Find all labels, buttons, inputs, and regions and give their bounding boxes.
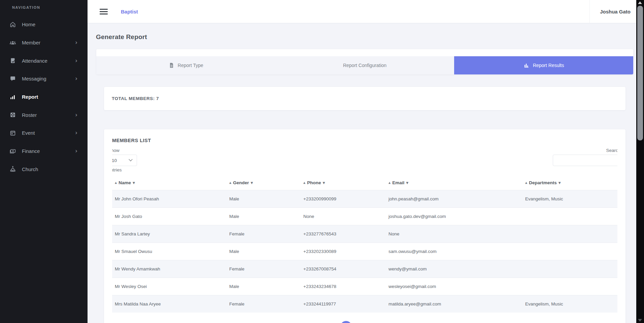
scrollbar-thumb[interactable] bbox=[637, 6, 643, 140]
sidebar-item-label: Event bbox=[22, 130, 35, 136]
members-icon bbox=[9, 39, 16, 46]
table-row: Mr Wesley Osei Male +233243234678 wesley… bbox=[112, 278, 617, 295]
sidebar-item-messaging[interactable]: Messaging › bbox=[0, 70, 88, 88]
chevron-right-icon: › bbox=[75, 58, 77, 64]
sidebar-section-label: NAVIGATION bbox=[0, 0, 88, 9]
page-title: Generate Report bbox=[96, 33, 147, 41]
sidebar-item-label: Attendance bbox=[22, 58, 47, 64]
cell-departments bbox=[522, 208, 617, 225]
total-members-label: TOTAL MEMBERS: 7 bbox=[112, 96, 159, 101]
sort-asc-icon: ▲ bbox=[115, 181, 117, 184]
table-row: Mrs Matilda Naa Aryee Female +2332441199… bbox=[112, 295, 617, 313]
page-length-select[interactable]: 10 bbox=[112, 155, 137, 166]
cell-phone: +233244119977 bbox=[301, 295, 386, 313]
sidebar-item-event[interactable]: Event › bbox=[0, 124, 88, 142]
sidebar-item-finance[interactable]: Finance › bbox=[0, 142, 88, 160]
show-label: Show bbox=[112, 148, 617, 154]
cell-email: None bbox=[386, 225, 522, 243]
search-label: Search: bbox=[553, 148, 617, 154]
tab-label: Report Configuration bbox=[343, 63, 386, 68]
pagination-current-page-button[interactable] bbox=[340, 321, 352, 323]
cell-email: wesleyosei@gmail.com bbox=[386, 278, 522, 295]
main-area: Baptist Joshua Gato Generate Report bbox=[88, 0, 636, 323]
sort-desc-icon: ▼ bbox=[250, 181, 253, 185]
sidebar-item-home[interactable]: Home bbox=[0, 15, 88, 34]
column-header-email[interactable]: ▲Email▼ bbox=[386, 175, 522, 190]
app-window: NAVIGATION Home Member › bbox=[0, 0, 644, 323]
tab-label: Report Type bbox=[178, 63, 203, 68]
sort-asc-icon: ▲ bbox=[388, 181, 391, 184]
cell-email: sam.owusu@ymail.com bbox=[386, 243, 522, 260]
cell-name: Mr Wesley Osei bbox=[112, 278, 227, 295]
cell-gender: Male bbox=[227, 278, 301, 295]
chevron-right-icon: › bbox=[75, 112, 77, 118]
report-steps-card: Report Type Report Configuration bbox=[96, 49, 633, 74]
table-header-row: ▲Name▼ ▲Gender▼ ▲Phone▼ ▲Email▼ ▲Departm… bbox=[112, 175, 617, 190]
cell-email: joshua.gato.dev@gmail.com bbox=[386, 208, 522, 225]
cell-email: matilda.aryee@gmail.com bbox=[386, 295, 522, 313]
brand-link[interactable]: Baptist bbox=[121, 9, 138, 14]
chevron-right-icon: › bbox=[75, 130, 77, 136]
bar-chart-icon bbox=[523, 62, 530, 68]
chevron-right-icon: › bbox=[75, 148, 77, 154]
table-row: Mr John Ofori Peasah Male +233200990099 … bbox=[112, 190, 617, 208]
cell-email: wendy@ymail.com bbox=[386, 260, 522, 278]
sort-asc-icon: ▲ bbox=[229, 181, 231, 184]
bar-chart-icon bbox=[9, 94, 16, 100]
cell-gender: Male bbox=[227, 208, 301, 225]
church-icon bbox=[9, 166, 16, 172]
sidebar-item-member[interactable]: Member › bbox=[0, 34, 88, 52]
cell-name: Mr Sandra Lartey bbox=[112, 225, 227, 243]
sort-asc-icon: ▲ bbox=[525, 181, 527, 184]
topbar: Baptist Joshua Gato bbox=[88, 0, 636, 23]
cell-gender: Female bbox=[227, 295, 301, 313]
search-input[interactable] bbox=[553, 155, 617, 166]
cell-name: Mr Josh Gato bbox=[112, 208, 227, 225]
sidebar-item-label: Finance bbox=[22, 148, 40, 154]
scrollbar[interactable] bbox=[636, 0, 644, 323]
sidebar-item-roster[interactable]: Roster › bbox=[0, 106, 88, 124]
calendar-icon bbox=[9, 130, 16, 136]
sort-asc-icon: ▲ bbox=[303, 181, 305, 184]
cell-phone: +233277676543 bbox=[301, 225, 386, 243]
scroll-down-arrow-icon[interactable] bbox=[638, 319, 642, 322]
cell-gender: Male bbox=[227, 243, 301, 260]
column-header-gender[interactable]: ▲Gender▼ bbox=[227, 175, 301, 190]
chevron-right-icon: › bbox=[75, 40, 77, 45]
sidebar-item-church[interactable]: Church bbox=[0, 160, 88, 179]
sidebar-item-label: Roster bbox=[22, 112, 37, 118]
members-list-title: MEMBERS LIST bbox=[112, 137, 617, 143]
cell-phone: +233243234678 bbox=[301, 278, 386, 295]
sidebar-item-label: Messaging bbox=[22, 76, 46, 82]
cell-email: john.peasah@gmail.com bbox=[386, 190, 522, 208]
sidebar-item-report[interactable]: Report bbox=[0, 88, 88, 106]
cell-name: Mr John Ofori Peasah bbox=[112, 190, 227, 208]
column-header-phone[interactable]: ▲Phone▼ bbox=[301, 175, 386, 190]
banknote-icon bbox=[9, 148, 16, 155]
sidebar-item-attendance[interactable]: Attendance › bbox=[0, 52, 88, 70]
table-row: Mr Sandra Lartey Female +233277676543 No… bbox=[112, 225, 617, 243]
cell-name: Mr Wendy Amamkwah bbox=[112, 260, 227, 278]
sidebar-item-label: Member bbox=[22, 40, 40, 45]
cell-departments bbox=[522, 260, 617, 278]
cell-phone: +233202330089 bbox=[301, 243, 386, 260]
search-control: Search: bbox=[553, 148, 617, 166]
members-list-card: MEMBERS LIST Show 10 entries bbox=[104, 129, 625, 323]
chat-bubble-icon bbox=[9, 75, 16, 82]
table-zone: Show 10 entries Search: bbox=[112, 148, 617, 323]
scroll-up-arrow-icon[interactable] bbox=[638, 1, 642, 4]
column-header-name[interactable]: ▲Name▼ bbox=[112, 175, 227, 190]
tab-report-results[interactable]: Report Results bbox=[454, 56, 633, 74]
document-icon bbox=[168, 62, 174, 68]
sidebar-item-label: Home bbox=[22, 22, 35, 27]
sidebar: NAVIGATION Home Member › bbox=[0, 0, 88, 323]
tab-report-type[interactable]: Report Type bbox=[96, 56, 275, 74]
user-menu[interactable]: Joshua Gato bbox=[589, 0, 636, 23]
cell-name: Mrs Matilda Naa Aryee bbox=[112, 295, 227, 313]
hamburger-menu-icon[interactable] bbox=[100, 7, 108, 16]
total-members-card: TOTAL MEMBERS: 7 bbox=[104, 87, 625, 110]
user-name: Joshua Gato bbox=[600, 9, 631, 14]
sidebar-item-label: Report bbox=[22, 94, 38, 100]
column-header-departments[interactable]: ▲Departments▼ bbox=[522, 175, 617, 190]
tab-report-configuration[interactable]: Report Configuration bbox=[275, 56, 454, 74]
